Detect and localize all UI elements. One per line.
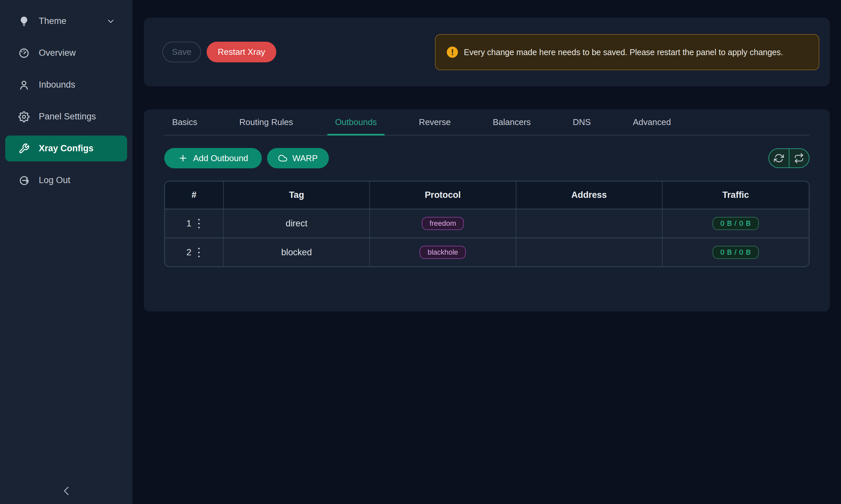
outbounds-table: # Tag Protocol Address Traffic 1 direct … — [164, 181, 809, 267]
table-row: 2 blocked blackhole 0 B / 0 B — [165, 237, 809, 267]
tab-balancers[interactable]: Balancers — [485, 109, 539, 135]
address-cell — [516, 209, 663, 237]
table-header-row: # Tag Protocol Address Traffic — [165, 181, 809, 209]
theme-label: Theme — [39, 16, 66, 26]
sidebar-item-label: Overview — [39, 48, 76, 58]
sidebar-item-panel-settings[interactable]: Panel Settings — [5, 104, 127, 130]
theme-selector[interactable]: Theme — [5, 8, 127, 34]
warning-icon: ! — [447, 47, 458, 58]
row-menu-button[interactable] — [196, 217, 202, 230]
user-icon — [18, 79, 30, 91]
refresh-icon — [774, 153, 784, 163]
outbounds-toolbar: Add Outbound WARP — [164, 148, 809, 168]
traffic-badge: 0 B / 0 B — [713, 217, 759, 230]
sidebar-item-label: Log Out — [39, 175, 70, 185]
row-index: 2 — [186, 247, 191, 257]
restart-warning-alert: ! Every change made here needs to be sav… — [435, 34, 819, 70]
chevron-down-icon — [106, 17, 115, 26]
sidebar-item-label: Panel Settings — [39, 111, 96, 122]
row-menu-button[interactable] — [196, 246, 202, 259]
warp-label: WARP — [292, 153, 318, 163]
repeat-icon — [794, 153, 804, 163]
restart-xray-button[interactable]: Restart Xray — [207, 42, 276, 62]
sidebar-item-label: Inbounds — [39, 80, 75, 90]
row-index: 1 — [186, 218, 191, 229]
logout-icon — [18, 175, 30, 186]
sidebar-item-logout[interactable]: Log Out — [5, 167, 127, 193]
cloud-icon — [278, 153, 287, 163]
tag-cell: blocked — [224, 238, 370, 267]
table-row: 1 direct freedom 0 B / 0 B — [165, 209, 809, 237]
config-tabs: Basics Routing Rules Outbounds Reverse B… — [164, 109, 809, 136]
add-outbound-label: Add Outbound — [193, 153, 248, 163]
column-header-tag: Tag — [224, 181, 370, 209]
sidebar: Theme Overview Inbounds Panel Settings — [0, 0, 132, 504]
column-header-protocol: Protocol — [370, 181, 516, 209]
lightbulb-icon — [18, 16, 30, 27]
traffic-badge: 0 B / 0 B — [713, 246, 759, 259]
tag-cell: direct — [224, 209, 370, 237]
tab-dns[interactable]: DNS — [565, 109, 599, 135]
sidebar-collapse-button[interactable] — [60, 484, 74, 498]
sidebar-item-overview[interactable]: Overview — [5, 40, 127, 66]
sidebar-item-inbounds[interactable]: Inbounds — [5, 72, 127, 98]
tab-advanced[interactable]: Advanced — [625, 109, 679, 135]
repeat-button[interactable] — [789, 149, 809, 167]
table-actions-group — [768, 148, 809, 168]
column-header-traffic: Traffic — [663, 181, 809, 209]
address-cell — [516, 238, 663, 267]
alert-message: Every change made here needs to be saved… — [464, 45, 783, 59]
add-outbound-button[interactable]: Add Outbound — [164, 148, 262, 168]
protocol-badge: freedom — [422, 217, 464, 230]
tab-basics[interactable]: Basics — [164, 109, 205, 135]
warp-button[interactable]: WARP — [267, 148, 329, 168]
tab-routing-rules[interactable]: Routing Rules — [231, 109, 301, 135]
protocol-badge: blackhole — [419, 246, 466, 259]
save-button[interactable]: Save — [162, 42, 201, 62]
column-header-index: # — [165, 181, 224, 209]
dashboard-gauge-icon — [18, 48, 30, 59]
xray-config-card: Basics Routing Rules Outbounds Reverse B… — [144, 109, 830, 311]
actions-card: Save Restart Xray ! Every change made he… — [144, 18, 830, 86]
sidebar-item-xray-configs[interactable]: Xray Configs — [5, 136, 127, 161]
tab-outbounds[interactable]: Outbounds — [327, 109, 385, 135]
refresh-button[interactable] — [769, 149, 789, 167]
main-content: Save Restart Xray ! Every change made he… — [132, 0, 841, 504]
plus-icon — [178, 153, 188, 163]
tab-reverse[interactable]: Reverse — [411, 109, 459, 135]
wrench-icon — [18, 143, 30, 154]
gear-icon — [18, 111, 30, 122]
column-header-address: Address — [516, 181, 663, 209]
sidebar-item-label: Xray Configs — [39, 143, 93, 154]
chevron-left-icon — [61, 485, 73, 497]
